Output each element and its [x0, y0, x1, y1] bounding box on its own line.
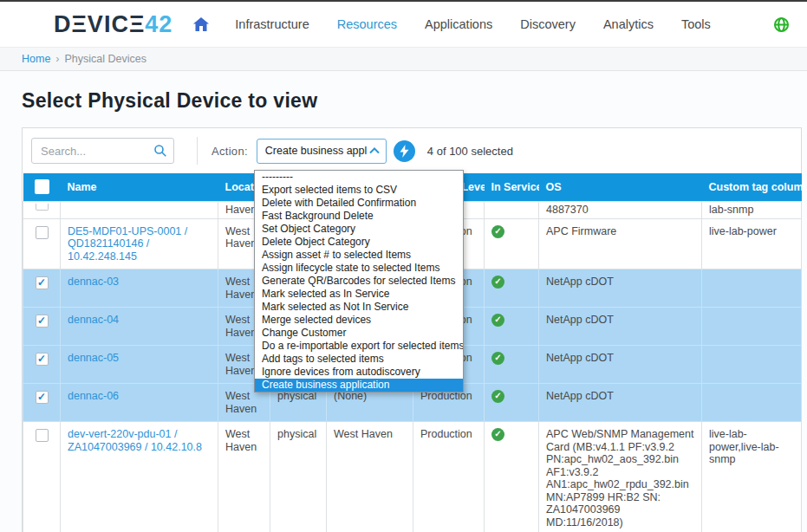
- logo-accent-text: 42: [145, 11, 172, 37]
- device-link[interactable]: dennac-06: [68, 390, 119, 402]
- bolt-icon: [400, 145, 409, 158]
- cell-select: [23, 422, 61, 532]
- list-toolbar: Action: Create business appl 4 of 100 se…: [23, 128, 801, 173]
- main-nav: InfrastructureResourcesApplicationsDisco…: [221, 10, 724, 38]
- action-menu-item[interactable]: Add tags to selected items: [255, 353, 463, 366]
- action-label: Action:: [212, 145, 248, 158]
- action-menu-item[interactable]: Generate QR/Barcodes for selected Items: [255, 275, 463, 288]
- cell-tags: [702, 269, 802, 308]
- row-checkbox-clipped[interactable]: [36, 204, 49, 211]
- row-checkbox[interactable]: [36, 429, 49, 442]
- cell-customer: West Haven: [327, 422, 413, 532]
- action-menu-item[interactable]: Set Object Category: [255, 223, 463, 236]
- cell-in-service: ✓: [485, 422, 539, 532]
- cell-select: ✓: [23, 384, 61, 422]
- action-menu-item[interactable]: Assign lifecycle state to selected Items: [255, 262, 463, 275]
- cell-name: dennac-05: [61, 346, 218, 384]
- action-select-value: Create business appl: [265, 145, 369, 157]
- cell-in-service: ✓: [485, 308, 539, 346]
- action-menu-item[interactable]: Export selected items to CSV: [255, 184, 463, 197]
- device-row: dev-vert-220v-pdu-01 / ZA1047003969 / 10…: [23, 422, 802, 532]
- action-menu-item[interactable]: Mark selected as In Service: [255, 288, 463, 301]
- run-action-button[interactable]: [394, 140, 415, 162]
- nav-item-applications[interactable]: Applications: [411, 10, 506, 38]
- cell-name: dennac-04: [61, 308, 218, 346]
- cell-in-service: ✓: [485, 269, 539, 308]
- breadcrumb-home-link[interactable]: Home: [22, 53, 50, 65]
- action-menu-item[interactable]: Delete with Detailed Confirmation: [255, 197, 463, 210]
- main-navbar: DΞVICΞ42 InfrastructureResourcesApplicat…: [0, 2, 807, 48]
- cell-os: NetApp cDOT: [539, 346, 702, 384]
- logo-text: DΞVICΞ: [54, 11, 145, 37]
- action-menu-item[interactable]: Ignore devices from autodiscovery: [255, 366, 463, 379]
- toolbar-divider: [197, 137, 198, 165]
- cell-tags: live-lab-power: [702, 218, 802, 269]
- in-service-icon: ✓: [491, 276, 504, 289]
- column-header-in-service[interactable]: In Service: [485, 173, 539, 201]
- app-window: DΞVICΞ42 InfrastructureResourcesApplicat…: [0, 0, 807, 532]
- chevron-up-icon: [369, 147, 380, 154]
- cell-name: dev-vert-220v-pdu-01 / ZA1047003969 / 10…: [61, 422, 218, 532]
- cell-location: West Haven: [218, 422, 270, 532]
- cell-tags: live-lab-power,live-lab-snmp: [702, 422, 802, 532]
- action-menu-item[interactable]: Assign asset # to selected Items: [255, 249, 463, 262]
- cell-os: APC Firmware: [539, 218, 702, 269]
- action-menu-item[interactable]: ---------: [255, 171, 463, 184]
- page-title: Select Physical Device to view: [22, 89, 807, 113]
- search-icon[interactable]: [153, 144, 167, 161]
- action-menu-item[interactable]: Merge selected devices: [255, 314, 463, 327]
- select-all-checkbox[interactable]: [35, 179, 49, 194]
- device-link[interactable]: dennac-03: [68, 276, 119, 288]
- row-checkbox[interactable]: ✓: [36, 315, 49, 328]
- cell-name: dennac-06: [61, 384, 218, 422]
- cell-tags: lab-snmp: [702, 201, 802, 218]
- cell-select: [23, 201, 61, 218]
- row-checkbox[interactable]: ✓: [36, 353, 49, 366]
- cell-type: physical: [270, 422, 327, 532]
- row-checkbox[interactable]: ✓: [36, 276, 49, 289]
- action-menu-item[interactable]: Change Customer: [255, 327, 463, 340]
- cell-os: NetApp cDOT: [539, 269, 702, 308]
- action-menu-item[interactable]: Fast Background Delete: [255, 210, 463, 223]
- column-header-os[interactable]: OS: [539, 173, 702, 201]
- nav-item-analytics[interactable]: Analytics: [589, 10, 667, 38]
- cell-os: 4887370: [539, 201, 702, 218]
- action-menu-item[interactable]: Mark selected as Not In Service: [255, 301, 463, 314]
- action-menu-item[interactable]: Do a re-importable export for selected i…: [255, 340, 463, 353]
- in-service-icon: ✓: [491, 352, 504, 365]
- cell-os: APC Web/SNMP Management Card (MB:v4.1.1 …: [539, 422, 702, 532]
- device42-logo[interactable]: DΞVICΞ42: [54, 11, 172, 38]
- cell-tags: [702, 384, 802, 422]
- cell-in-service: [485, 201, 539, 218]
- column-header-custom-tag-column[interactable]: Custom tag column: [702, 173, 802, 201]
- home-icon[interactable]: [193, 17, 209, 31]
- nav-item-resources[interactable]: Resources: [323, 10, 411, 38]
- device-link[interactable]: dennac-04: [68, 314, 119, 326]
- search-box: [31, 138, 174, 164]
- nav-item-discovery[interactable]: Discovery: [506, 10, 589, 38]
- cell-os: NetApp cDOT: [539, 384, 702, 422]
- action-menu: ---------Export selected items to CSVDel…: [254, 170, 464, 393]
- device-link[interactable]: DE5-MDF01-UPS-0001 / QD1821140146 / 10.4…: [68, 225, 187, 263]
- nav-item-infrastructure[interactable]: Infrastructure: [221, 10, 322, 38]
- breadcrumb-separator: ›: [55, 53, 59, 65]
- cell-in-service: ✓: [485, 346, 539, 384]
- globe-icon[interactable]: [773, 16, 790, 33]
- action-menu-item[interactable]: Create business application: [255, 379, 463, 392]
- select-all-header[interactable]: [23, 173, 61, 201]
- device-link[interactable]: dev-vert-220v-pdu-01 / ZA1047003969 / 10…: [68, 428, 202, 453]
- nav-item-tools[interactable]: Tools: [667, 10, 725, 38]
- cell-service-level: Production: [413, 422, 485, 532]
- action-menu-item[interactable]: Delete Object Category: [255, 236, 463, 249]
- row-checkbox[interactable]: ✓: [36, 391, 49, 404]
- cell-select: ✓: [23, 269, 61, 308]
- row-checkbox[interactable]: [36, 226, 49, 239]
- column-header-name[interactable]: Name: [61, 173, 218, 201]
- selected-summary: 4 of 100 selected: [427, 145, 513, 158]
- breadcrumb-current: Physical Devices: [65, 53, 146, 65]
- cell-name: DE5-MDF01-UPS-0001 / QD1821140146 / 10.4…: [61, 218, 218, 269]
- cell-os: NetApp cDOT: [539, 308, 702, 346]
- action-select[interactable]: Create business appl: [257, 139, 387, 164]
- in-service-icon: ✓: [491, 428, 504, 441]
- device-link[interactable]: dennac-05: [68, 352, 119, 364]
